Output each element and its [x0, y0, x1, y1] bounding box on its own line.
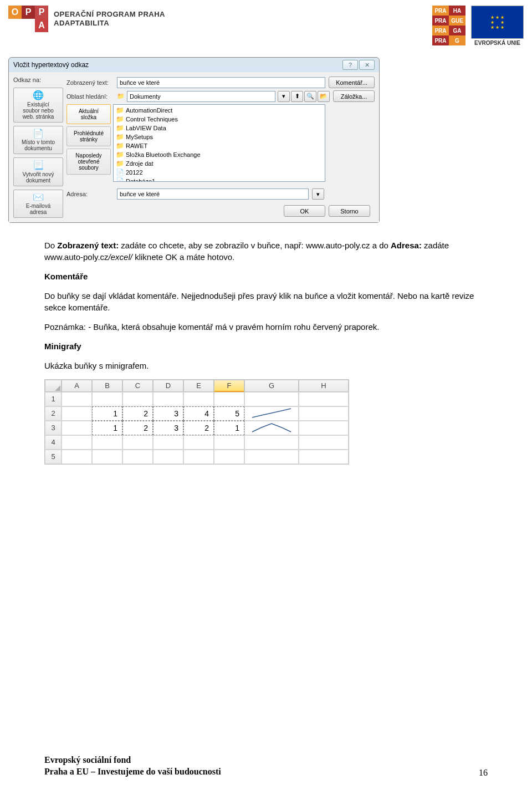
cell[interactable] — [244, 450, 299, 464]
sparkline-peak-icon — [249, 422, 294, 434]
dropdown-button[interactable]: ▾ — [278, 91, 290, 102]
cell[interactable] — [299, 392, 349, 406]
cell[interactable]: 4 — [183, 406, 214, 421]
bookmark-button[interactable]: Záložka... — [333, 90, 375, 102]
cell[interactable]: 2 — [122, 421, 153, 435]
file-name: MySetups — [126, 134, 153, 140]
cell[interactable] — [244, 435, 299, 450]
paragraph-4: Ukázka buňky s minigrafem. — [44, 360, 488, 371]
cell[interactable]: 2 — [122, 406, 153, 421]
cell[interactable]: 3 — [153, 406, 183, 421]
display-text-input[interactable] — [117, 77, 325, 88]
col-header-A[interactable]: A — [62, 380, 92, 392]
file-item[interactable]: 📁Zdroje dat — [115, 159, 324, 168]
up-button[interactable]: ⬆ — [291, 91, 303, 102]
cell[interactable] — [122, 435, 153, 450]
cancel-button[interactable]: Storno — [329, 205, 370, 217]
cell[interactable]: 1 — [92, 421, 122, 435]
tab-current-folder[interactable]: Aktuálnísložka — [66, 104, 111, 124]
heading-komentare: Komentáře — [44, 271, 488, 282]
col-header-F[interactable]: F — [214, 380, 244, 392]
select-all-corner[interactable] — [45, 380, 62, 392]
dialog-title-text: Vložit hypertextový odkaz — [13, 61, 89, 69]
cell[interactable]: 5 — [214, 406, 244, 421]
cell[interactable] — [62, 421, 92, 435]
link-email[interactable]: ✉️E-mailováadresa — [13, 190, 63, 218]
file-item[interactable]: 📁LabVIEW Data — [115, 124, 324, 133]
cell[interactable] — [183, 392, 214, 406]
file-item[interactable]: 📁MySetups — [115, 133, 324, 141]
col-header-D[interactable]: D — [153, 380, 183, 392]
file-item[interactable]: 📄Databáze1 — [115, 177, 324, 182]
file-item[interactable]: 📁Control Techniques — [115, 115, 324, 124]
odkaz-na-label: Odkaz na: — [13, 77, 63, 83]
cell[interactable] — [244, 406, 299, 421]
oppa-o: O — [8, 6, 22, 19]
col-header-C[interactable]: C — [122, 380, 153, 392]
cell[interactable] — [153, 392, 183, 406]
cell[interactable] — [183, 435, 214, 450]
tab-recent-files[interactable]: Naposledyotevřenésoubory — [66, 149, 111, 175]
col-header-B[interactable]: B — [92, 380, 122, 392]
cell[interactable] — [214, 435, 244, 450]
ok-button[interactable]: OK — [284, 205, 325, 217]
file-item[interactable]: 📄20122 — [115, 168, 324, 177]
row-header-1[interactable]: 1 — [45, 392, 62, 406]
cell[interactable]: 1 — [214, 421, 244, 435]
close-button[interactable]: ✕ — [359, 60, 375, 70]
cell[interactable] — [299, 450, 349, 464]
cell[interactable] — [299, 435, 349, 450]
cell[interactable]: 3 — [153, 421, 183, 435]
cell[interactable] — [183, 450, 214, 464]
cell[interactable] — [153, 450, 183, 464]
cell[interactable]: 1 — [92, 406, 122, 421]
cell[interactable] — [62, 392, 92, 406]
cell[interactable] — [153, 435, 183, 450]
address-dropdown[interactable]: ▾ — [312, 188, 324, 200]
row-header-5[interactable]: 5 — [45, 450, 62, 464]
address-label: Adresa: — [66, 191, 114, 197]
cell[interactable] — [299, 406, 349, 421]
link-type-sidebar: Odkaz na: 🌐Existujícísoubor neboweb. str… — [13, 77, 63, 218]
file-name: 20122 — [126, 169, 143, 176]
cell[interactable] — [122, 450, 153, 464]
cell[interactable] — [122, 392, 153, 406]
row-header-4[interactable]: 4 — [45, 435, 62, 450]
cell[interactable] — [92, 392, 122, 406]
col-header-E[interactable]: E — [183, 380, 214, 392]
program-name: OPERAČNÍ PROGRAM PRAHA ADAPTABILITA — [54, 10, 165, 27]
file-name: AutomationDirect — [126, 107, 172, 114]
file-item[interactable]: 📁AutomationDirect — [115, 106, 324, 115]
cell[interactable] — [299, 421, 349, 435]
browse-folder-button[interactable]: 📂 — [318, 91, 330, 102]
browse-web-button[interactable]: 🔍 — [304, 91, 316, 102]
cell[interactable] — [244, 421, 299, 435]
col-header-H[interactable]: H — [299, 380, 349, 392]
cell[interactable] — [62, 406, 92, 421]
file-name: RAWET — [126, 142, 147, 149]
file-item[interactable]: 📁RAWET — [115, 141, 324, 150]
link-existing-file[interactable]: 🌐Existujícísoubor neboweb. stránka — [13, 88, 63, 123]
address-input[interactable] — [117, 188, 309, 200]
cell[interactable]: 2 — [183, 421, 214, 435]
link-place-in-doc[interactable]: 📄Místo v tomtodokumentu — [13, 126, 63, 155]
comment-button[interactable]: Komentář... — [329, 77, 375, 88]
cell[interactable] — [92, 435, 122, 450]
cell[interactable] — [244, 392, 299, 406]
tab-browsed-pages[interactable]: Prohlédnutéstránky — [66, 126, 111, 146]
row-header-3[interactable]: 3 — [45, 421, 62, 435]
cell[interactable] — [92, 450, 122, 464]
cell[interactable] — [62, 450, 92, 464]
cell[interactable] — [62, 435, 92, 450]
lookin-input[interactable] — [127, 91, 275, 102]
eu-block: ★ ★ ★★ ★★ ★ ★ EVROPSKÁ UNIE — [471, 6, 524, 46]
file-list[interactable]: 📁AutomationDirect📁Control Techniques📁Lab… — [113, 104, 325, 182]
help-button[interactable]: ? — [342, 60, 358, 70]
cell[interactable] — [214, 392, 244, 406]
excel-sparkline-table: ABCDEFGH121234531232145 — [44, 379, 349, 465]
cell[interactable] — [214, 450, 244, 464]
link-new-doc[interactable]: 📃Vytvořit novýdokument — [13, 157, 63, 186]
row-header-2[interactable]: 2 — [45, 406, 62, 421]
col-header-G[interactable]: G — [244, 380, 299, 392]
file-item[interactable]: 📁Složka Bluetooth Exchange — [115, 150, 324, 159]
